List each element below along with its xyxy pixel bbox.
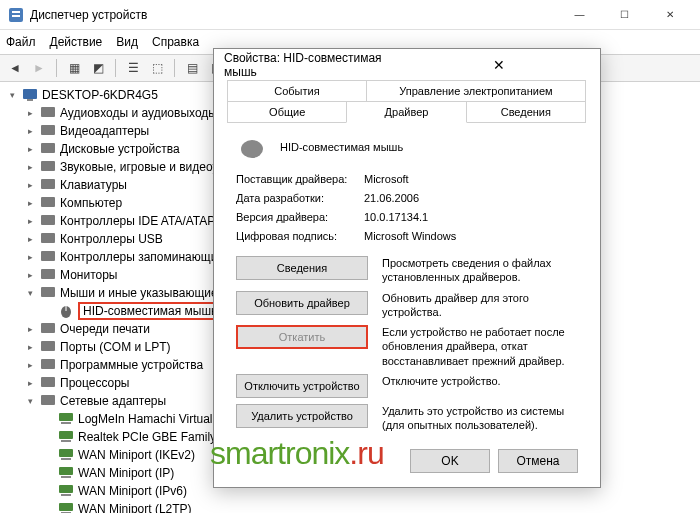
svg-rect-6	[41, 125, 55, 135]
tab-events[interactable]: События	[227, 80, 367, 102]
category-icon	[40, 267, 56, 283]
network-adapter-icon	[58, 483, 74, 499]
svg-rect-15	[41, 287, 55, 297]
tree-item-network[interactable]: WAN Miniport (L2TP)	[6, 500, 700, 513]
svg-rect-27	[59, 449, 73, 457]
tab-driver[interactable]: Драйвер	[346, 101, 466, 123]
mouse-icon	[58, 303, 74, 319]
window-title: Диспетчер устройств	[30, 8, 557, 22]
svg-rect-30	[61, 476, 71, 478]
svg-rect-5	[41, 107, 55, 117]
svg-rect-20	[41, 359, 55, 369]
close-button[interactable]: ✕	[647, 0, 692, 30]
menu-help[interactable]: Справка	[152, 35, 199, 49]
tab-details[interactable]: Сведения	[466, 101, 586, 123]
toolbar-button[interactable]: ☰	[122, 57, 144, 79]
category-icon	[40, 213, 56, 229]
category-icon	[40, 159, 56, 175]
network-adapter-icon	[58, 465, 74, 481]
svg-rect-21	[41, 377, 55, 387]
category-icon	[40, 177, 56, 193]
dialog-title: Свойства: HID-совместимая мышь	[224, 51, 407, 79]
menu-file[interactable]: Файл	[6, 35, 36, 49]
category-icon	[40, 141, 56, 157]
category-icon	[40, 105, 56, 121]
category-icon	[40, 231, 56, 247]
network-adapter-icon	[58, 411, 74, 427]
svg-rect-18	[41, 323, 55, 333]
svg-rect-3	[23, 89, 37, 99]
toolbar-button[interactable]: ⬚	[146, 57, 168, 79]
svg-rect-7	[41, 143, 55, 153]
dialog-close-button[interactable]: ✕	[407, 57, 590, 73]
properties-dialog: Свойства: HID-совместимая мышь ✕ События…	[213, 48, 601, 488]
computer-icon	[22, 87, 38, 103]
category-icon	[40, 339, 56, 355]
category-icon	[40, 321, 56, 337]
network-adapter-icon	[58, 429, 74, 445]
svg-rect-24	[61, 422, 71, 424]
svg-rect-11	[41, 215, 55, 225]
cancel-button[interactable]: Отмена	[498, 449, 578, 473]
svg-point-39	[241, 140, 263, 158]
svg-rect-28	[61, 458, 71, 460]
minimize-button[interactable]: —	[557, 0, 602, 30]
svg-rect-12	[41, 233, 55, 243]
svg-rect-25	[59, 431, 73, 439]
toolbar-button[interactable]: ▦	[63, 57, 85, 79]
category-icon	[40, 195, 56, 211]
svg-rect-23	[59, 413, 73, 421]
toolbar-button[interactable]: ▤	[181, 57, 203, 79]
network-adapter-icon	[58, 447, 74, 463]
menu-view[interactable]: Вид	[116, 35, 138, 49]
svg-rect-2	[12, 15, 20, 17]
category-icon	[40, 123, 56, 139]
svg-rect-31	[59, 485, 73, 493]
device-name: HID-совместимая мышь	[280, 141, 403, 153]
device-mouse-icon	[236, 135, 268, 159]
category-icon	[40, 357, 56, 373]
toolbar-button[interactable]: ◩	[87, 57, 109, 79]
back-button[interactable]: ◄	[4, 57, 26, 79]
category-icon	[40, 249, 56, 265]
svg-rect-22	[41, 395, 55, 405]
dialog-body: HID-совместимая мышь Поставщик драйвера:…	[214, 123, 600, 449]
svg-rect-10	[41, 197, 55, 207]
dialog-tabs: События Управление электропитанием Общие…	[214, 81, 600, 123]
update-driver-button[interactable]: Обновить драйвер	[236, 291, 368, 315]
svg-rect-14	[41, 269, 55, 279]
tab-power[interactable]: Управление электропитанием	[366, 80, 586, 102]
tab-general[interactable]: Общие	[227, 101, 347, 123]
svg-rect-1	[12, 11, 20, 13]
svg-rect-19	[41, 341, 55, 351]
menu-action[interactable]: Действие	[50, 35, 103, 49]
category-icon	[40, 285, 56, 301]
category-icon	[40, 375, 56, 391]
dialog-titlebar: Свойства: HID-совместимая мышь ✕	[214, 49, 600, 81]
network-adapter-icon	[58, 501, 74, 513]
disable-device-button[interactable]: Отключить устройство	[236, 374, 368, 398]
driver-details-button[interactable]: Сведения	[236, 256, 368, 280]
ok-button[interactable]: OK	[410, 449, 490, 473]
window-titlebar: Диспетчер устройств — ☐ ✕	[0, 0, 700, 30]
svg-rect-26	[61, 440, 71, 442]
svg-rect-13	[41, 251, 55, 261]
forward-button[interactable]: ►	[28, 57, 50, 79]
svg-rect-33	[59, 503, 73, 511]
app-icon	[8, 7, 24, 23]
category-icon	[40, 393, 56, 409]
svg-rect-32	[61, 494, 71, 496]
rollback-driver-button[interactable]: Откатить	[236, 325, 368, 349]
uninstall-device-button[interactable]: Удалить устройство	[236, 404, 368, 428]
svg-rect-9	[41, 179, 55, 189]
maximize-button[interactable]: ☐	[602, 0, 647, 30]
svg-rect-8	[41, 161, 55, 171]
svg-rect-4	[27, 99, 33, 101]
svg-rect-29	[59, 467, 73, 475]
